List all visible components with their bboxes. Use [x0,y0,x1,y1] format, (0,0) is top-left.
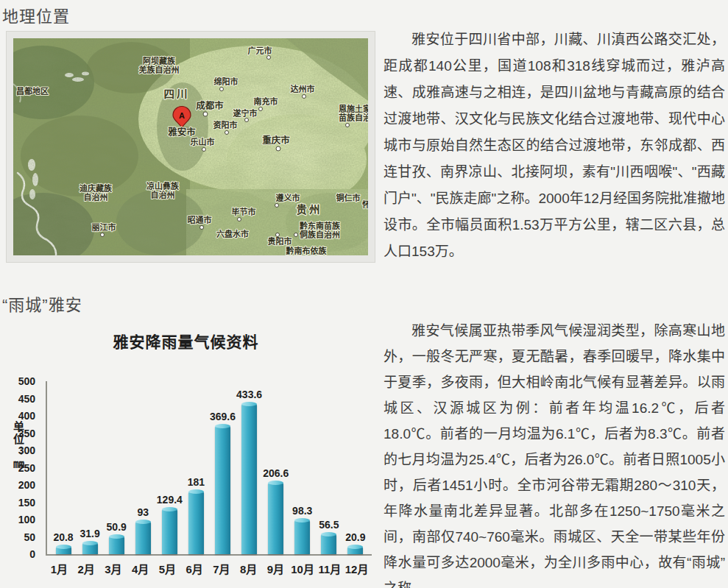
rain-city-paragraph: 雅安气候属亚热带季风气候湿润类型，除高寒山地外，一般冬无严寒，夏无酷暑，春季回暖… [384,318,725,588]
bar-value-label: 129.4 [157,494,183,506]
bar [268,483,283,554]
map-label-dazhou: 达州市 [291,84,315,93]
map-label-chengdu: 成都市 [196,100,224,111]
bar-value-label: 31.9 [79,528,99,539]
bar-value-label: 206.6 [263,467,289,479]
x-axis-label: 1月 [46,561,73,576]
map-label-liangshan-2: 自治州 [151,190,175,199]
bar-value-label: 433.6 [236,389,262,400]
bar-value-label: 181 [188,476,205,488]
map-label-qiandongnan-2: 侗族自治州 [299,230,340,239]
bar-value-label: 369.6 [210,411,236,422]
bar-value-label: 20.8 [53,531,73,543]
map-label-zunyi: 遵义市 [276,193,300,202]
bars-area: 20.831.950.993129.4181369.6433.6206.698.… [46,381,372,556]
map-figure: 昌都地区 阿坝藏族 羌族自治州 四川 迪庆藏族 自治州 凉山彝族 自治州 恩施土… [6,31,375,263]
map-label-bijie: 毕节市 [232,207,256,216]
bar [56,547,71,554]
x-axis-label: 8月 [235,561,262,576]
bar [294,520,310,554]
bar-column: 31.9 [77,528,103,554]
map-label-huaihua: 怀化 [362,199,368,209]
bar [321,534,336,554]
bar-column: 20.8 [50,531,77,554]
page: 地理位置 [0,0,728,588]
bar [347,547,363,554]
map-label-mianyang: 绵阳市 [214,77,238,86]
bar-column: 56.5 [316,519,342,554]
map-label-guizhou: 贵州 [297,203,322,216]
map-label-qiandongnan-1: 黔东南苗族 [300,221,341,230]
map-label-guiyang: 贵阳市 [268,236,292,246]
x-axis-label: 2月 [73,561,100,576]
map-label-liupanshui: 六盘水市 [216,229,249,238]
section-title-geography: 地理位置 [2,3,70,26]
map-label-tongren: 铜仁市 [336,193,361,202]
pin-letter: A [179,111,185,120]
map-label-changdu: 昌都地区 [16,86,49,96]
x-axis-label: 10月 [289,561,317,576]
bar [109,536,124,554]
map-label-diqing-2: 自治州 [84,192,108,202]
y-axis-ticks: 500450400350300250200150100500 [0,381,41,554]
map-label-leshan: 乐山市 [191,137,215,146]
map-label-nanchong: 南充市 [254,96,278,106]
x-axis-label: 5月 [154,561,181,576]
x-axis-label: 4月 [127,561,154,576]
bar [135,522,151,554]
x-labels-row: 1月2月3月4月5月6月7月8月9月10月11月12月 [46,561,370,576]
bar [82,543,98,554]
map-label-enshi-1: 恩施土家族 [339,104,368,113]
bar-column: 206.6 [263,467,289,554]
map-label-diqing-1: 迪庆藏族 [79,183,113,193]
map-label-aba-1: 阿坝藏族 [143,56,176,65]
map-label-chongqing: 重庆市 [262,135,290,146]
bar-value-label: 93 [137,506,149,518]
y-axis-tick: 200 [18,478,35,492]
section-title-rain-city: “雨城”雅安 [2,291,82,315]
map-label-suining: 遂宁市 [233,108,258,118]
x-axis-label: 6月 [181,561,208,576]
bar [162,509,177,554]
map-label-enshi-2: 苗族自治州 [339,113,368,122]
y-axis-tick: 250 [18,461,35,475]
x-axis-label: 12月 [343,561,370,576]
y-axis-tick: 150 [18,496,35,509]
bar-value-label: 98.3 [292,505,312,517]
rainfall-chart: 雅安降雨量气候资料 单位：㎜ 5004504003503002502001501… [0,327,375,588]
y-axis-tick: 100 [18,513,35,526]
bar [241,404,257,554]
map-label-liangshan-1: 凉山彝族 [146,181,180,191]
map-label-aba-2: 羌族自治州 [139,65,180,74]
bar-value-label: 20.9 [345,531,365,543]
y-axis-tick: 0 [29,548,35,561]
bar-value-label: 56.5 [319,519,339,531]
y-axis-tick: 400 [18,409,35,422]
map-label-zhaotong: 昭通市 [188,215,212,224]
map-label-lijiang: 丽江市 [92,222,116,232]
y-axis-tick: 350 [18,427,35,440]
bar-column: 129.4 [156,494,183,554]
bar-column: 369.6 [209,411,236,554]
y-axis-tick: 450 [18,392,35,405]
y-axis-tick: 500 [18,375,35,388]
bar-value-label: 50.9 [107,521,127,533]
x-axis-label: 3月 [100,561,127,576]
map-label-guangyuan: 广元市 [248,46,272,55]
y-axis-tick: 50 [24,531,35,544]
bar [188,492,204,554]
geography-paragraph: 雅安位于四川省中部，川藏、川滇西公路交汇处，距成都140公里，国道108和318… [384,26,725,265]
bar-column: 433.6 [236,389,263,554]
map-label-sichuan: 四川 [164,88,190,100]
bar-column: 20.9 [342,531,369,554]
bar [215,426,230,554]
map-svg: 昌都地区 阿坝藏族 羌族自治州 四川 迪庆藏族 自治州 凉山彝族 自治州 恩施土… [13,38,368,255]
map-label-qiannan: 黔南布依族 [286,246,328,255]
map-label-yaan: 雅安市 [167,127,196,138]
bar-column: 93 [130,506,156,554]
x-axis-label: 7月 [208,561,236,576]
y-axis-tick: 300 [18,444,35,457]
x-axis-label: 9月 [262,561,289,576]
map-label-ziyang: 资阳市 [213,120,238,130]
x-axis-label: 11月 [317,561,344,576]
